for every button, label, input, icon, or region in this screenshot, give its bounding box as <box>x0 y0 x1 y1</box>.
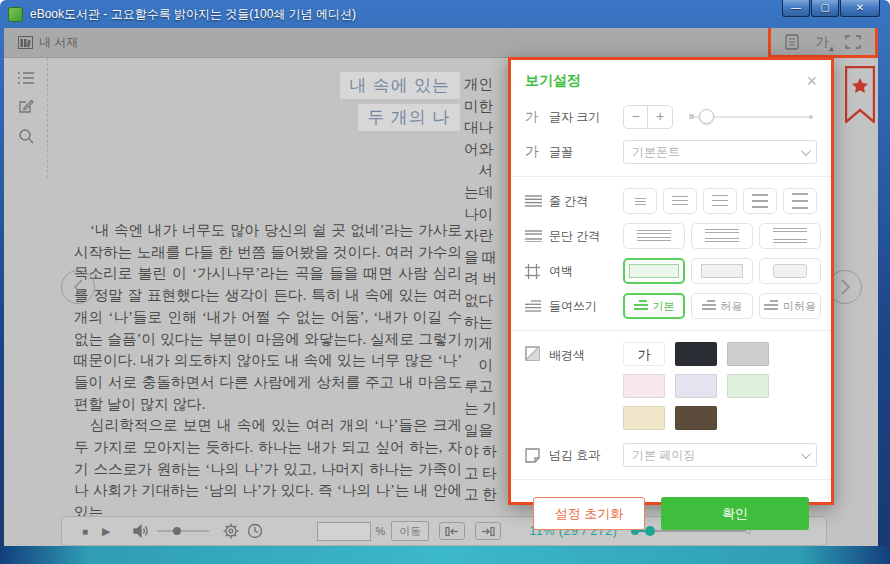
toolbar-highlight-box: 가 <box>768 28 878 58</box>
line-spacing-option-4[interactable] <box>743 188 777 214</box>
right-page-line: 나이 <box>464 204 510 226</box>
title-bar: eBook도서관 - 고요할수록 밝아지는 것들(100쇄 기념 에디션) — … <box>0 0 890 28</box>
indent-option-default-selected[interactable]: 기본 <box>623 293 685 319</box>
page-turn-icon <box>525 448 549 463</box>
volume-slider[interactable] <box>157 530 209 532</box>
page-percent-input[interactable] <box>317 522 371 541</box>
right-page-line: 개인 <box>464 74 510 96</box>
page-effect-dropdown[interactable]: 기본 페이징 <box>623 443 817 467</box>
paragraph-spacing-option-2[interactable] <box>691 223 753 249</box>
font-family-value: 기본폰트 <box>632 144 680 161</box>
paragraph-1: ‘내 속엔 내가 너무도 많아 당신의 쉴 곳 없네’라는 가사로 시작하는 노… <box>74 220 462 415</box>
right-page-line: 는 기 <box>464 398 510 420</box>
page-effect-value: 기본 페이징 <box>632 447 695 464</box>
panel-title: 보기설정 <box>525 72 581 90</box>
right-page-line: 야 하 <box>464 441 510 463</box>
volume-icon[interactable] <box>133 524 149 538</box>
book-text: ‘내 속엔 내가 너무도 많아 당신의 쉴 곳 없네’라는 가사로 시작하는 노… <box>74 220 462 524</box>
margin-option-3[interactable] <box>759 258 821 284</box>
font-size-slider[interactable] <box>689 116 813 118</box>
bg-swatch-gray[interactable] <box>727 342 769 366</box>
volume-slider-handle[interactable] <box>173 527 181 535</box>
right-page-line: 는데 <box>464 182 510 204</box>
indent-icon <box>525 300 549 312</box>
minimize-button[interactable]: — <box>782 0 810 17</box>
margin-option-1-selected[interactable] <box>623 258 685 284</box>
font-family-dropdown[interactable]: 기본폰트 <box>623 140 817 164</box>
line-spacing-option-2[interactable] <box>663 188 697 214</box>
divider <box>511 479 831 480</box>
bookshelf-icon <box>18 36 33 49</box>
chapter-title: 내 속에 있는 두 개의 나 <box>74 72 460 136</box>
right-page-fragments: 개인미한대나어와 서는데나이자란을 때려 버없다하는끼게 이루고는 기일을야 하… <box>464 74 510 506</box>
right-page-line: 하는 <box>464 312 510 334</box>
bg-swatch-white[interactable]: 가 <box>623 342 665 366</box>
line-spacing-option-1[interactable] <box>623 188 657 214</box>
bg-swatch-lavender[interactable] <box>675 374 717 398</box>
paragraph-2: 심리학적으로 보면 내 속에 있는 여러 개의 ‘나’들은 크게 두 가지로 모… <box>74 415 462 524</box>
paragraph-spacing-option-1[interactable] <box>623 223 685 249</box>
right-page-line: 대나 <box>464 117 510 139</box>
slider-right-cap <box>809 115 813 119</box>
font-family-icon: 가 <box>525 143 549 161</box>
background-color-icon <box>525 346 549 361</box>
search-icon[interactable] <box>18 128 34 144</box>
bg-swatch-green[interactable] <box>727 374 769 398</box>
background-color-label: 배경색 <box>549 347 623 364</box>
tts-settings-gear-icon[interactable] <box>223 523 239 539</box>
right-page-line: 고 한 <box>464 484 510 506</box>
table-of-contents-icon[interactable] <box>18 72 34 84</box>
close-window-button[interactable]: ✕ <box>840 0 880 17</box>
previous-page-button[interactable] <box>61 270 95 304</box>
font-size-label: 글자 크기 <box>549 109 623 126</box>
bg-swatch-pink[interactable] <box>623 374 665 398</box>
paragraph-spacing-option-3[interactable] <box>759 223 821 249</box>
chevron-down-icon <box>801 449 811 459</box>
goto-button[interactable]: 이동 <box>391 521 429 541</box>
right-page-line: 어와 <box>464 139 510 161</box>
bg-swatch-brown[interactable] <box>675 406 717 430</box>
right-page-line: 루고 <box>464 376 510 398</box>
paragraph-spacing-icon <box>525 230 549 242</box>
progress-slider[interactable] <box>633 530 749 532</box>
right-page-line: 없다 <box>464 290 510 312</box>
indent-label: 들여쓰기 <box>549 298 623 315</box>
margin-label: 여백 <box>549 263 623 280</box>
view-settings-panel: 보기설정 × 가 글자 크기 − + 가 글꼴 <box>508 57 834 505</box>
app-window: eBook도서관 - 고요할수록 밝아지는 것들(100쇄 기념 에디션) — … <box>0 0 890 564</box>
jump-to-start-button[interactable] <box>439 522 465 540</box>
right-page-line: 고 타 <box>464 463 510 485</box>
font-size-increase-button[interactable]: + <box>648 106 672 128</box>
toc-page-icon[interactable] <box>785 34 799 50</box>
indent-option-disallow[interactable]: 미허용 <box>759 293 821 319</box>
line-spacing-icon <box>525 195 549 207</box>
bg-swatch-black[interactable] <box>675 342 717 366</box>
note-edit-icon[interactable] <box>18 98 34 114</box>
line-spacing-option-3[interactable] <box>703 188 737 214</box>
close-panel-icon[interactable]: × <box>806 74 817 88</box>
paragraph-spacing-label: 문단 간격 <box>549 228 623 245</box>
font-size-decrease-button[interactable]: − <box>624 106 648 128</box>
reset-settings-button[interactable]: 설정 초기화 <box>533 497 645 530</box>
jump-to-end-button[interactable] <box>475 522 501 540</box>
margin-option-2[interactable] <box>691 258 753 284</box>
right-page-line: 서 <box>464 160 510 182</box>
bookmark-ribbon-icon[interactable] <box>845 66 875 123</box>
maximize-button[interactable]: ▢ <box>811 0 839 17</box>
fullscreen-icon[interactable] <box>845 35 861 49</box>
right-page-line: 끼게 <box>464 333 510 355</box>
line-spacing-option-5[interactable] <box>783 188 817 214</box>
tts-play-button[interactable]: ▶ <box>102 525 110 538</box>
reader-sidebar <box>4 58 48 178</box>
reading-timer-icon[interactable] <box>247 523 263 539</box>
bg-swatch-beige[interactable] <box>623 406 665 430</box>
indent-option-allow[interactable]: 허용 <box>691 293 753 319</box>
font-size-slider-handle[interactable] <box>699 109 714 124</box>
view-settings-icon[interactable]: 가 <box>815 33 828 51</box>
my-library-button[interactable]: 내 서재 <box>18 34 78 51</box>
right-page-line: 자란 <box>464 225 510 247</box>
divider <box>511 330 831 331</box>
confirm-button[interactable]: 확인 <box>661 497 809 530</box>
divider <box>511 176 831 177</box>
tts-stop-button[interactable]: ■ <box>82 526 88 537</box>
